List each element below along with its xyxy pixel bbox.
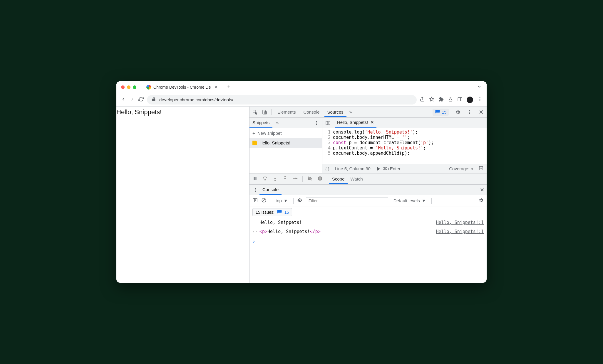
editor-statusbar: { } Line 5, Column 30 ⌘+Enter Coverage: … (322, 164, 487, 173)
reload-button[interactable] (138, 97, 144, 103)
step-over-icon[interactable] (262, 176, 268, 182)
share-icon[interactable] (420, 97, 425, 103)
toolbar-icons (420, 97, 483, 103)
pretty-print-icon[interactable]: { } (325, 166, 329, 171)
svg-point-12 (316, 121, 317, 122)
step-out-icon[interactable] (282, 176, 288, 182)
code-editor[interactable]: 1console.log('Hello, Snippets!');2docume… (322, 128, 487, 164)
levels-label: Default levels (393, 198, 420, 203)
issues-chip-count: 15 (284, 210, 289, 215)
svg-point-34 (255, 191, 256, 192)
toggle-navigator-icon[interactable] (324, 119, 332, 127)
step-icon[interactable] (292, 176, 298, 182)
plus-icon: + (252, 131, 255, 136)
close-drawer-icon[interactable]: ✕ (480, 187, 484, 193)
minimize-window-button[interactable] (127, 85, 130, 89)
deactivate-breakpoints-icon[interactable] (307, 176, 313, 182)
devtools-tabs: Elements Console Sources » 15 ✕ (249, 107, 487, 118)
live-expression-icon[interactable] (297, 198, 302, 204)
content-area: Hello, Snippets! Elements Console Source… (116, 107, 487, 283)
issues-chip[interactable]: 15 Issues: 15 (252, 208, 292, 216)
run-snippet-button[interactable]: ⌘+Enter (376, 166, 401, 171)
close-devtools-icon[interactable]: ✕ (478, 107, 485, 117)
snippet-file-icon (252, 141, 257, 145)
devtools-menu-icon[interactable] (466, 108, 473, 116)
tab-scope[interactable]: Scope (329, 174, 348, 184)
clear-console-icon[interactable] (261, 198, 267, 204)
tab-console[interactable]: Console (301, 107, 323, 117)
console-output: Hello, Snippets!Hello, Snippets!:1‹·<p>H… (249, 218, 487, 236)
navigator-tabs: Snippets » (249, 118, 322, 128)
tab-elements[interactable]: Elements (274, 107, 299, 117)
console-filter-input[interactable] (306, 197, 388, 204)
pause-on-exceptions-icon[interactable] (317, 176, 323, 182)
prompt-chevron-icon: › (252, 239, 255, 244)
maximize-window-button[interactable] (133, 85, 136, 89)
more-tabs-icon[interactable]: » (348, 108, 353, 116)
drawer-tabs: Console ✕ (249, 185, 487, 195)
svg-rect-1 (458, 97, 462, 101)
issues-badge[interactable]: 15 (433, 109, 449, 116)
close-tab-icon[interactable]: ✕ (213, 85, 219, 90)
new-snippet-label: New snippet (257, 131, 282, 136)
close-editor-tab-icon[interactable]: ✕ (370, 120, 374, 125)
svg-point-27 (297, 178, 297, 179)
svg-point-3 (480, 97, 480, 98)
editor-tab[interactable]: Hello, Snippets! ✕ (335, 117, 376, 128)
pause-button[interactable] (252, 176, 258, 182)
svg-rect-18 (479, 166, 483, 170)
page-viewport: Hello, Snippets! (116, 107, 249, 283)
svg-marker-17 (377, 167, 380, 171)
console-settings-icon[interactable] (478, 198, 484, 204)
svg-rect-20 (256, 177, 257, 180)
svg-point-14 (316, 124, 317, 125)
settings-gear-icon[interactable] (454, 108, 462, 116)
new-tab-button[interactable]: + (223, 84, 235, 90)
tabs-dropdown-icon[interactable] (477, 84, 482, 90)
log-levels-selector[interactable]: Default levels ▼ (392, 198, 428, 204)
console-issues-row: 15 Issues: 15 (249, 206, 487, 218)
drawer-tab-console[interactable]: Console (259, 185, 282, 195)
svg-point-11 (469, 113, 470, 114)
lock-icon (151, 97, 156, 103)
console-sidebar-toggle-icon[interactable] (252, 198, 258, 204)
svg-point-33 (255, 189, 256, 190)
drawer-menu-icon[interactable] (252, 186, 259, 194)
profile-avatar[interactable] (467, 97, 473, 103)
editor-tabs: Hello, Snippets! ✕ (322, 118, 487, 128)
device-toggle-icon[interactable] (261, 108, 268, 116)
console-prompt[interactable]: › (249, 236, 487, 247)
navigator-menu-icon[interactable] (313, 119, 320, 127)
tab-title: Chrome DevTools - Chrome De (153, 85, 211, 90)
cursor (258, 239, 258, 243)
tab-snippets[interactable]: Snippets (249, 118, 272, 128)
close-window-button[interactable] (121, 85, 125, 89)
coverage-label: Coverage: n (449, 166, 473, 171)
svg-point-23 (275, 180, 276, 181)
snippet-item[interactable]: Hello, Snippets! (249, 138, 322, 148)
coverage-dropdown-icon[interactable] (478, 166, 484, 172)
console-drawer: Console ✕ top ▼ Default levels (249, 185, 487, 283)
dropdown-icon: ▼ (422, 198, 426, 203)
bookmark-star-icon[interactable] (429, 97, 434, 103)
tab-watch[interactable]: Watch (348, 174, 366, 184)
address-bar[interactable]: developer.chrome.com/docs/devtools/ (147, 95, 417, 105)
inspect-element-icon[interactable] (251, 108, 259, 116)
new-snippet-button[interactable]: + New snippet (249, 128, 322, 138)
extensions-icon[interactable] (438, 97, 444, 103)
chrome-menu-icon[interactable] (477, 97, 483, 103)
browser-tab[interactable]: Chrome DevTools - Chrome De ✕ (142, 81, 223, 93)
more-navigator-tabs-icon[interactable]: » (275, 119, 280, 127)
issues-label: 15 Issues: (256, 210, 274, 215)
forward-button[interactable] (129, 97, 135, 103)
svg-point-39 (299, 200, 300, 201)
tab-sources[interactable]: Sources (324, 107, 346, 117)
context-selector[interactable]: top ▼ (274, 198, 290, 204)
labs-icon[interactable] (448, 97, 453, 103)
back-button[interactable] (120, 97, 126, 103)
console-log-row: ‹·<p>Hello, Snippets!</p>Hello, Snippets… (249, 227, 487, 236)
browser-window: Chrome DevTools - Chrome De ✕ + develope… (116, 81, 487, 283)
step-into-icon[interactable] (272, 176, 278, 182)
side-panel-icon[interactable] (457, 97, 463, 103)
svg-point-10 (469, 112, 470, 112)
